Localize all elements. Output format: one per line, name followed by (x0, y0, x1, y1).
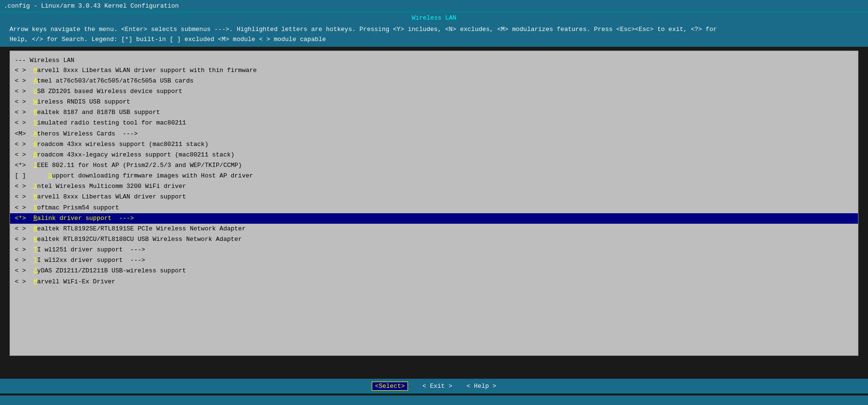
highlight-char: M (33, 193, 37, 200)
menu-item-simulated-radio[interactable]: < > Simulated radio testing tool for mac… (10, 118, 858, 128)
highlight-char: T (33, 246, 37, 253)
menu-item-atmel-at76c[interactable]: < > Atmel at76c503/at76c505/at76c505a US… (10, 76, 858, 86)
help-button[interactable]: < Help > (467, 383, 496, 390)
menu-item-prefix: < > (15, 109, 33, 116)
menu-item-broadcom-43xx-legacy[interactable]: < > Broadcom 43xx-legacy wireless suppor… (10, 150, 858, 160)
menu-item-prefix: < > (15, 183, 33, 190)
highlight-char: U (33, 88, 37, 95)
menu-item-ieee-802-11[interactable]: <*> IEEE 802.11 for Host AP (Prism2/2.5/… (10, 160, 858, 171)
menu-item-prefix: < > (15, 193, 33, 200)
highlight-char: A (33, 130, 37, 137)
menu-item-broadcom-43xx[interactable]: < > Broadcom 43xx wireless support (mac8… (10, 139, 858, 150)
highlight-char: M (33, 67, 37, 74)
highlight-char: R (33, 225, 37, 232)
menu-item-realtek-rtl8192se[interactable]: < > Realtek RTL8192SE/RTL8191SE PCIe Wir… (10, 224, 858, 234)
menu-item-prefix: < > (15, 141, 33, 148)
menu-item-zydas-zd1211[interactable]: < > ZyDAS ZD1211/ZD1211B USB-wireless su… (10, 266, 858, 276)
highlight-char: R (33, 236, 37, 243)
menu-item-marvell-8xxx-thin[interactable]: < > Marvell 8xxx Libertas WLAN driver su… (10, 65, 858, 76)
menu-item-prefix: < > (15, 267, 33, 274)
menu-item-marvell-wifi-ex[interactable]: < > Marvell WiFi-Ex Driver (10, 277, 858, 287)
label-rest: imulated radio testing tool for mac80211 (37, 119, 186, 126)
highlight-char: S (33, 204, 37, 211)
highlight-char: I (33, 183, 37, 190)
menu-item-prefix: < > (15, 67, 33, 74)
highlight-char: B (33, 151, 37, 158)
label-rest: roadcom 43xx-legacy wireless support (ma… (37, 151, 234, 158)
menu-item-prefix: <M> (15, 130, 33, 137)
highlight-char: M (33, 278, 37, 285)
main-area: --- Wireless LAN< > Marvell 8xxx Liberta… (10, 51, 858, 356)
menu-item-marvell-8xxx-support[interactable]: < > Marvell 8xxx Libertas WLAN driver su… (10, 192, 858, 202)
highlight-char: S (33, 119, 37, 126)
menu-item-softmac-prism54[interactable]: < > Softmac Prism54 support (10, 203, 858, 213)
title-text: .config - Linux/arm 3.0.43 Kernel Config… (4, 2, 179, 10)
label-rest: ealtek RTL8192CU/RTL8188CU USB Wireless … (37, 236, 242, 243)
label-rest: theros Wireless Cards ---> (37, 130, 138, 137)
label-rest: SB ZD1201 based Wireless device support (37, 88, 182, 95)
highlight-char: W (33, 98, 37, 105)
menu-item-prefix: < > (15, 278, 33, 285)
menu-item-realtek-8187[interactable]: < > Realtek 8187 and 8187B USB support (10, 107, 858, 118)
menu-item-firmware-download[interactable]: [ ] Support downloading firmware images … (10, 171, 858, 181)
label-rest: EEE 802.11 for Host AP (Prism2/2.5/3 and… (37, 162, 242, 169)
menu-item-prefix: < > (15, 236, 33, 243)
menu-item-prefix: < > (15, 151, 33, 158)
label-rest: arvell 8xxx Libertas WLAN driver support… (37, 67, 257, 74)
help-line2: Help, </> for Search. Legend: [*] built-… (10, 35, 858, 45)
label-rest: I wl1251 driver support ---> (37, 246, 145, 253)
menu-item-ralink-driver[interactable]: <*> Ralink driver support ---> (10, 213, 858, 224)
highlight-char: R (33, 215, 37, 222)
menu-item-usb-zd1201[interactable]: < > USB ZD1201 based Wireless device sup… (10, 86, 858, 97)
label-rest: ealtek 8187 and 8187B USB support (37, 109, 160, 116)
menu-item-prefix: < > (15, 246, 33, 253)
menu-item-prefix: < > (15, 119, 33, 126)
exit-button[interactable]: < Exit > (422, 383, 452, 390)
menu-item-prefix: < > (15, 98, 33, 105)
label-rest: alink driver support ---> (37, 215, 134, 222)
highlight-char: I (33, 162, 37, 169)
label-rest: oftmac Prism54 support (37, 204, 119, 211)
highlight-char: A (33, 77, 37, 84)
help-line1: Arrow keys navigate the menu. <Enter> se… (10, 25, 858, 35)
menu-item-section-title[interactable]: --- Wireless LAN (10, 56, 858, 65)
highlight-char: R (33, 109, 37, 116)
menu-item-ti-wl1251[interactable]: < > TI wl1251 driver support ---> (10, 245, 858, 255)
section-header-text: Wireless LAN (412, 14, 457, 21)
menu-item-prefix: < > (15, 88, 33, 95)
highlight-char: T (33, 257, 37, 264)
label-rest: roadcom 43xx wireless support (mac80211 … (37, 141, 209, 148)
bottom-bar (0, 395, 868, 405)
label-rest: I wl12xx driver support ---> (37, 257, 145, 264)
section-header: Wireless LAN (0, 13, 868, 23)
label-rest: arvell 8xxx Libertas WLAN driver support (37, 193, 186, 200)
highlight-char: Z (33, 267, 37, 274)
label-rest: yDAS ZD1211/ZD1211B USB-wireless support (37, 267, 186, 274)
menu-item-prefix: <*> (15, 215, 33, 222)
menu-item-prefix: [ ] (15, 172, 48, 179)
highlight-char: S (48, 172, 52, 179)
label-rest: ireless RNDIS USB support (37, 98, 130, 105)
label-rest: ealtek RTL8192SE/RTL8191SE PCIe Wireless… (37, 225, 246, 232)
menu-item-prefix: < > (15, 257, 33, 264)
help-text: Arrow keys navigate the menu. <Enter> se… (0, 23, 868, 47)
menu-item-prefix: < > (15, 204, 33, 211)
menu-item-atheros-wireless[interactable]: <M> Atheros Wireless Cards ---> (10, 129, 858, 139)
select-button[interactable]: <Select> (372, 382, 408, 391)
menu-item-wireless-rndis[interactable]: < > Wireless RNDIS USB support (10, 97, 858, 107)
menu-item-prefix: < > (15, 77, 33, 84)
menu-item-prefix: < > (15, 225, 33, 232)
label-rest: arvell WiFi-Ex Driver (37, 278, 115, 285)
label-rest: upport downloading firmware images with … (52, 172, 253, 179)
label-rest: tmel at76c503/at76c505/at76c505a USB car… (37, 77, 194, 84)
title-bar: .config - Linux/arm 3.0.43 Kernel Config… (0, 0, 868, 11)
bottom-buttons: <Select> < Exit > < Help > (0, 379, 868, 394)
menu-item-ti-wl12xx[interactable]: < > TI wl12xx driver support ---> (10, 255, 858, 266)
menu-item-realtek-rtl8192cu[interactable]: < > Realtek RTL8192CU/RTL8188CU USB Wire… (10, 234, 858, 245)
menu-item-intel-wireless-3200[interactable]: < > Intel Wireless Multicomm 3200 WiFi d… (10, 181, 858, 192)
label-rest: ntel Wireless Multicomm 3200 WiFi driver (37, 183, 186, 190)
highlight-char: B (33, 141, 37, 148)
menu-item-prefix: <*> (15, 162, 33, 169)
